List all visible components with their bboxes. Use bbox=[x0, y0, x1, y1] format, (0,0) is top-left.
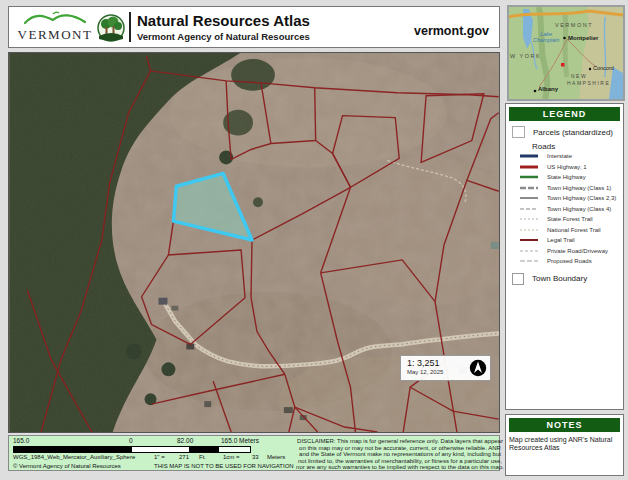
navigation-warning: THIS MAP IS NOT TO BE USED FOR NAVIGATIO… bbox=[154, 463, 294, 469]
legend-line-swatch bbox=[519, 174, 539, 180]
legend-line-swatch bbox=[519, 216, 539, 222]
legend-item-label: Town Highway (Class 4) bbox=[547, 206, 611, 212]
town-boundary-swatch bbox=[512, 273, 524, 285]
legend-line-swatch bbox=[519, 164, 539, 170]
inset-label-new-york: W YORK bbox=[510, 53, 541, 59]
legend-panel: LEGEND Parcels (standardized) Roads Inte… bbox=[505, 103, 624, 410]
legend-parcels-row: Parcels (standardized) bbox=[509, 126, 620, 138]
legend-item: US Highway; 1 bbox=[519, 162, 620, 173]
inset-label-nh2: HAMPSHIRE bbox=[567, 80, 610, 86]
page-subtitle: Vermont Agency of Natural Resources bbox=[137, 31, 310, 42]
page-title: Natural Resources Atlas bbox=[137, 12, 310, 30]
legend-item-label: US Highway; 1 bbox=[547, 164, 587, 170]
notes-panel: NOTES Map created using ANR's Natural Re… bbox=[505, 414, 624, 476]
parcels-swatch bbox=[512, 126, 525, 138]
scale-info-box: 1: 3,251 May 12, 2025 bbox=[400, 355, 491, 381]
map-canvas[interactable]: 1: 3,251 May 12, 2025 bbox=[8, 52, 500, 433]
map-date: May 12, 2025 bbox=[407, 369, 443, 375]
header-panel: VERMONT Natural Resources Atlas Vermont … bbox=[8, 6, 500, 48]
legend-item: Town Highway (Class 4) bbox=[519, 204, 620, 215]
header-divider bbox=[129, 12, 131, 42]
copyright-label: © Vermont Agency of Natural Resources bbox=[13, 463, 121, 469]
scalebar-label-zero: 0 bbox=[129, 437, 133, 444]
legend-item: Private Road/Driveway bbox=[519, 246, 620, 257]
scalebar-label-right: 165.0 Meters bbox=[221, 437, 259, 444]
notes-text: Map created using ANR's Natural Resource… bbox=[509, 436, 620, 452]
vermont-logo: VERMONT bbox=[17, 10, 93, 44]
legend-item: State Forest Trail bbox=[519, 214, 620, 225]
legend-item: Town Highway (Class 2,3) bbox=[519, 193, 620, 204]
projection-label: WGS_1984_Web_Mercator_Auxiliary_Sphere bbox=[13, 454, 135, 460]
anr-logo-icon bbox=[97, 14, 125, 42]
disclaimer-text: DISCLAIMER: This map is for general refe… bbox=[295, 438, 505, 471]
inset-label-albany: Albany bbox=[538, 86, 558, 92]
legend-line-swatch bbox=[519, 248, 539, 254]
scalebar-label-left: 165.0 bbox=[13, 437, 29, 444]
scale-bar bbox=[13, 446, 251, 453]
legend-item-label: Private Road/Driveway bbox=[547, 248, 608, 254]
legend-item: Legal Trail bbox=[519, 235, 620, 246]
overview-map: VERMONT LakeChamplain Montpelier W YORK … bbox=[507, 5, 625, 101]
legend-line-swatch bbox=[519, 237, 539, 243]
notes-header: NOTES bbox=[509, 418, 620, 432]
cm-eq-value: 33 bbox=[252, 454, 259, 460]
legend-item-label: State Highway bbox=[547, 174, 586, 180]
legend-item-label: Legal Trail bbox=[547, 237, 575, 243]
legend-line-swatch bbox=[519, 258, 539, 264]
legend-line-swatch bbox=[519, 153, 539, 159]
town-boundary-label: Town Boundary bbox=[532, 274, 587, 283]
parcels-label: Parcels (standardized) bbox=[533, 128, 613, 137]
legend-item-label: Proposed Roads bbox=[547, 258, 592, 264]
legend-item-label: National Forest Trail bbox=[547, 227, 601, 233]
legend-item-label: Interstate bbox=[547, 153, 572, 159]
legend-line-swatch bbox=[519, 185, 539, 191]
legend-item: Town Highway (Class 1) bbox=[519, 183, 620, 194]
cm-eq-lhs: 1cm = bbox=[223, 454, 240, 460]
vermont-wordmark: VERMONT bbox=[17, 27, 93, 43]
inch-eq-value: 271 bbox=[179, 454, 189, 460]
inch-eq-lhs: 1" = bbox=[154, 454, 165, 460]
legend-items: InterstateUS Highway; 1State HighwayTown… bbox=[509, 151, 620, 267]
legend-item-label: Town Highway (Class 2,3) bbox=[547, 195, 616, 201]
inch-eq-unit: Ft. bbox=[199, 454, 206, 460]
inset-label-nh1: NEW bbox=[571, 73, 587, 79]
legend-item-label: State Forest Trail bbox=[547, 216, 593, 222]
scale-ratio: 1: 3,251 bbox=[407, 358, 440, 368]
legend-town-boundary-row: Town Boundary bbox=[509, 273, 620, 285]
legend-item: State Highway bbox=[519, 172, 620, 183]
vermont-gov-link[interactable]: vermont.gov bbox=[414, 24, 489, 38]
scalebar-label-mid: 82.00 bbox=[177, 437, 193, 444]
roads-group-label: Roads bbox=[532, 142, 620, 151]
inset-label-concord: Concord bbox=[593, 65, 614, 71]
legend-line-swatch bbox=[519, 195, 539, 201]
mountain-icon bbox=[23, 10, 87, 26]
legend-line-swatch bbox=[519, 227, 539, 233]
legend-item: Proposed Roads bbox=[519, 256, 620, 267]
cm-eq-unit: Meters bbox=[267, 454, 285, 460]
legend-item-label: Town Highway (Class 1) bbox=[547, 185, 611, 191]
inset-label-lake: LakeChamplain bbox=[533, 31, 559, 43]
legend-header: LEGEND bbox=[509, 107, 620, 121]
map-footer-bar: 165.0 0 82.00 165.0 Meters WGS_1984_Web_… bbox=[8, 435, 500, 471]
legend-item: National Forest Trail bbox=[519, 225, 620, 236]
inset-label-vermont: VERMONT bbox=[555, 22, 593, 28]
location-marker bbox=[561, 63, 565, 67]
legend-line-swatch bbox=[519, 206, 539, 212]
legend-item: Interstate bbox=[519, 151, 620, 162]
north-arrow-icon bbox=[469, 359, 487, 377]
inset-label-montpelier: Montpelier bbox=[568, 35, 598, 41]
